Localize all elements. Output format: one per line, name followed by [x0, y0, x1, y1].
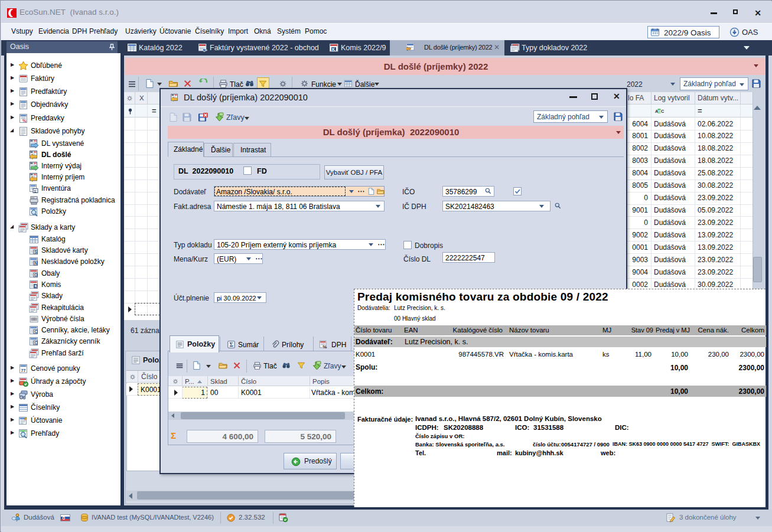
svg-text:K: K: [332, 47, 335, 51]
